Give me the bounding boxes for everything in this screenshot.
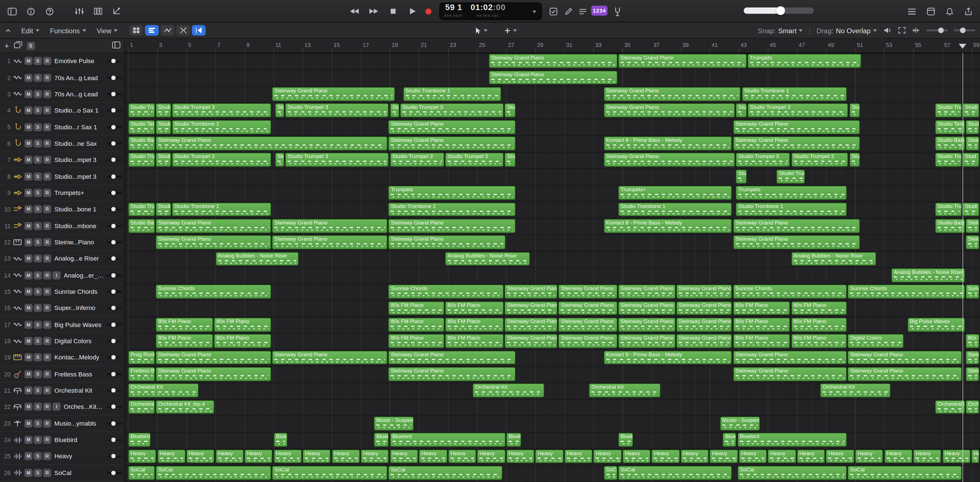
track-record-button[interactable]: R — [43, 106, 51, 115]
track-mute-button[interactable]: M — [24, 172, 32, 180]
midi-region[interactable]: Studio Trombone 1 — [172, 120, 271, 134]
midi-region[interactable]: 80s FM Piano — [445, 301, 504, 315]
track-volume-knob[interactable] — [111, 421, 116, 426]
track-header-row[interactable]: 18MSRDigital Colors — [0, 333, 124, 350]
track-record-button[interactable]: R — [43, 73, 51, 81]
midi-region[interactable]: Kontact 8 - Prime Bass - Melody — [604, 219, 732, 233]
midi-region[interactable]: Musio - Suspended — [720, 417, 760, 431]
track-mute-button[interactable]: M — [24, 403, 32, 411]
track-solo-button[interactable]: S — [34, 123, 42, 131]
forward-button[interactable] — [367, 5, 380, 18]
midi-region[interactable]: Steinway Grand Piano — [272, 351, 388, 365]
track-volume-slider[interactable] — [107, 124, 122, 129]
functions-menu[interactable]: Functions — [45, 22, 92, 38]
midi-region[interactable]: Studio Trum — [935, 103, 962, 118]
track-mute-button[interactable]: M — [24, 123, 32, 131]
midi-region[interactable]: Heavy — [564, 449, 592, 464]
midi-region[interactable]: Bluebird — [128, 433, 151, 447]
track-volume-knob[interactable] — [111, 372, 116, 376]
midi-region[interactable]: Studi — [156, 120, 171, 134]
track-volume-knob[interactable] — [111, 191, 116, 195]
midi-region[interactable]: Studi — [275, 103, 284, 118]
track-header-options-icon[interactable] — [112, 40, 121, 51]
midi-region[interactable]: Steinway Grand Piano — [618, 54, 747, 68]
track-solo-button[interactable]: S — [34, 106, 42, 115]
midi-region[interactable]: Digital Colors — [848, 334, 904, 348]
track-volume-slider[interactable] — [107, 91, 122, 97]
track-volume-slider[interactable] — [107, 388, 122, 393]
master-volume-slider[interactable] — [744, 8, 814, 14]
midi-region[interactable]: Steinway Grand Piano — [388, 219, 515, 233]
track-record-button[interactable]: R — [43, 354, 51, 362]
midi-region[interactable]: Studio Trum — [128, 103, 155, 118]
midi-region[interactable]: Orchestral Kit — [589, 383, 661, 397]
midi-region[interactable]: Studi — [963, 202, 980, 216]
midi-region[interactable]: Orchestral Kit — [473, 383, 545, 397]
midi-region[interactable]: Studio Trumpet 3 — [285, 103, 389, 118]
command-click-tool-menu[interactable] — [500, 22, 523, 38]
track-record-button[interactable]: R — [43, 139, 51, 147]
track-solo-button[interactable]: S — [34, 156, 42, 164]
midi-region[interactable]: Prog Rock B — [128, 351, 155, 365]
track-mute-button[interactable]: M — [24, 222, 32, 230]
notifications-icon[interactable] — [943, 5, 956, 18]
track-solo-button[interactable]: S — [34, 370, 42, 378]
inspector-icon[interactable] — [24, 5, 37, 18]
track-volume-knob[interactable] — [111, 75, 116, 80]
track-solo-button[interactable]: S — [34, 139, 42, 147]
midi-region[interactable]: Steinway Grand Piano — [618, 301, 676, 315]
midi-region[interactable]: 80s FM Piano — [733, 318, 790, 332]
midi-region[interactable]: Studi — [849, 153, 860, 167]
control-bar-settings-icon[interactable] — [924, 5, 937, 18]
midi-region[interactable]: Orches — [966, 400, 979, 414]
midi-region[interactable]: Musio - Suspended — [374, 417, 414, 431]
track-solo-button[interactable]: S — [34, 189, 42, 197]
track-record-button[interactable]: R — [43, 238, 51, 246]
midi-region[interactable]: Studio Trumpet 3 — [791, 153, 849, 167]
track-solo-button[interactable]: S — [34, 57, 42, 65]
track-input-button[interactable]: I — [52, 271, 60, 279]
track-volume-knob[interactable] — [111, 207, 116, 212]
track-mute-button[interactable]: M — [24, 271, 32, 279]
midi-region[interactable]: Studio Trombone 1 — [403, 87, 501, 101]
midi-region[interactable]: Heavy — [710, 449, 738, 464]
midi-region[interactable]: 80s FM Piano — [733, 301, 790, 315]
midi-region[interactable]: 80s FM Piano — [791, 318, 847, 332]
track-volume-slider[interactable] — [107, 371, 122, 377]
track-record-button[interactable]: R — [43, 337, 51, 345]
track-volume-knob[interactable] — [111, 405, 116, 409]
midi-region[interactable]: Orchestral Ki — [128, 400, 155, 414]
view-menu[interactable]: View — [92, 22, 123, 38]
add-track-button[interactable]: + — [5, 41, 9, 50]
midi-region[interactable]: Studio Trombone 1 — [742, 87, 847, 101]
lcd-chevron-down-icon[interactable] — [532, 10, 537, 13]
track-record-button[interactable]: R — [43, 436, 51, 444]
track-header-row[interactable]: 20MSRFretless Bass — [0, 366, 124, 383]
midi-region[interactable]: Sunris — [966, 284, 979, 299]
midi-region[interactable]: Heavy — [157, 449, 185, 464]
share-icon[interactable] — [961, 5, 975, 18]
midi-region[interactable]: Studi — [849, 103, 860, 118]
midi-region[interactable]: SoCal — [618, 466, 732, 480]
track-solo-button[interactable]: S — [34, 205, 42, 213]
midi-region[interactable]: Steinway Grand Piano — [618, 284, 676, 299]
midi-region[interactable]: Big Pulse Waves — [907, 318, 965, 332]
track-record-button[interactable]: R — [43, 189, 51, 197]
track-solo-button[interactable]: S — [34, 321, 42, 329]
track-volume-knob[interactable] — [111, 454, 116, 458]
notes-list-icon[interactable] — [576, 5, 589, 18]
midi-region[interactable]: Studio Tenor — [128, 120, 155, 134]
grid-view-button[interactable] — [129, 25, 143, 36]
midi-region[interactable]: Heavy — [855, 449, 883, 464]
track-volume-knob[interactable] — [111, 59, 116, 64]
track-solo-button[interactable]: S — [34, 90, 42, 98]
midi-region[interactable]: Orchestral Kit_bip.4 — [156, 400, 215, 414]
track-volume-slider[interactable] — [107, 107, 122, 113]
midi-region[interactable]: Heavy — [971, 449, 980, 464]
midi-region[interactable]: Steinway Grand Piano — [504, 318, 558, 332]
track-volume-knob[interactable] — [111, 322, 116, 327]
midi-region[interactable]: Heavy — [622, 449, 651, 464]
track-record-button[interactable]: R — [43, 123, 51, 131]
track-record-button[interactable]: R — [43, 222, 51, 230]
track-record-button[interactable]: R — [43, 370, 51, 378]
